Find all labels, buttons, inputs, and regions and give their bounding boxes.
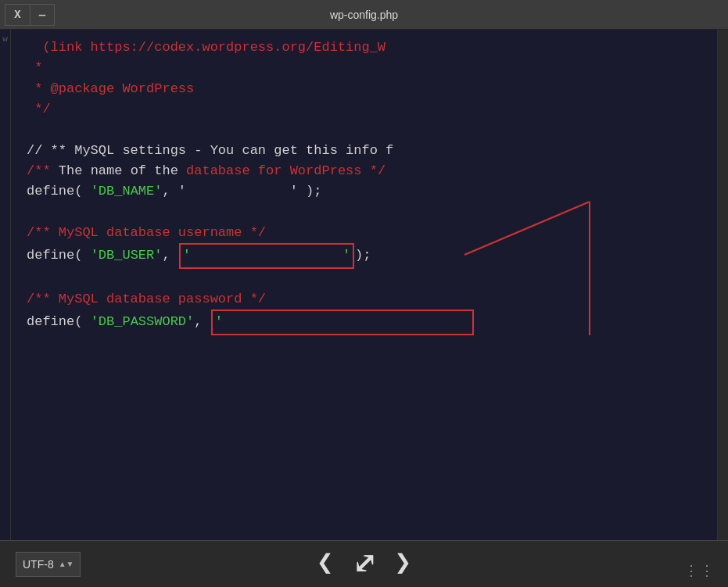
close-button[interactable]: X [5, 4, 30, 26]
status-bar: UTF-8 ▲▼ ❮ ⤢ ❯ ⋮⋮ [0, 540, 728, 587]
window-title: wp-config.php [330, 9, 398, 21]
code-line-10: /** MySQL database username */ [27, 223, 701, 243]
minimize-button[interactable]: — [30, 4, 55, 26]
db-password-highlight: ' [211, 310, 474, 335]
db-user-highlight: ' ' [179, 243, 354, 268]
navigation-buttons: ❮ ⤢ ❯ [317, 547, 411, 582]
code-line-7: /** The name of the database for WordPre… [27, 161, 701, 181]
encoding-label: UTF-8 [23, 558, 54, 571]
code-line-6: // ** MySQL settings - You can get this … [27, 141, 701, 161]
expand-button[interactable]: ⤢ [353, 547, 376, 582]
dots-icon: ⋮⋮ [684, 564, 715, 579]
left-gutter: w [0, 30, 11, 540]
close-icon: X [14, 9, 20, 21]
code-line-9 [27, 202, 701, 223]
more-options-button[interactable]: ⋮⋮ [684, 562, 715, 579]
gutter-label: w [2, 33, 8, 46]
code-line-11: define( 'DB_USER', ' '); [27, 243, 701, 268]
encoding-selector[interactable]: UTF-8 ▲▼ [16, 552, 81, 577]
code-line-1: (link https://codex.wordpress.org/Editin… [27, 38, 701, 58]
minimize-icon: — [39, 9, 45, 21]
window-controls[interactable]: X — [5, 4, 55, 26]
code-line-14: define( 'DB_PASSWORD', ' [27, 310, 701, 335]
code-line-3: * @package WordPress [27, 79, 701, 99]
code-line-13: /** MySQL database password */ [27, 289, 701, 310]
code-line-5 [27, 120, 701, 140]
code-editor: w (link https://codex.wordpress.org/Edit… [0, 30, 728, 540]
code-line-4: */ [27, 99, 701, 120]
next-button[interactable]: ❯ [395, 550, 412, 578]
prev-button[interactable]: ❮ [317, 550, 334, 578]
title-bar: X — wp-config.php [0, 0, 728, 30]
scrollbar[interactable] [717, 30, 728, 540]
code-line-2: * [27, 58, 701, 78]
code-line-8: define( 'DB_NAME', ' ' ); [27, 181, 701, 202]
code-line-12 [27, 269, 701, 289]
encoding-arrows-icon: ▲▼ [59, 560, 74, 568]
